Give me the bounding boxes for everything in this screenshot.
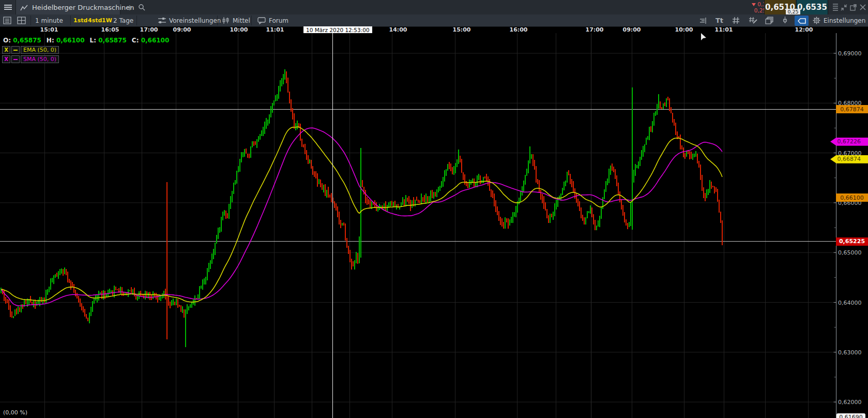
search-icon[interactable] <box>138 4 145 11</box>
scale-settings-button[interactable] <box>699 14 707 26</box>
last-price-badge: 0,65225 <box>836 237 868 246</box>
time-axis-label: 16:00 <box>509 26 527 33</box>
snap-marker-button[interactable] <box>782 14 788 26</box>
presets-button[interactable]: Voreinstellungen <box>158 14 221 26</box>
settings-button[interactable]: Einstellungen <box>813 14 865 26</box>
time-axis-label: 14:00 <box>389 26 407 33</box>
interval-4std-button[interactable]: 4std <box>88 14 102 26</box>
price-axis-line <box>834 33 836 418</box>
alert-level-lines <box>0 109 836 241</box>
scale-icon <box>699 17 707 24</box>
order-level-badge[interactable]: 0,67874 <box>836 105 868 113</box>
indicator-legend-ema: X EMA (50, 0) <box>2 46 59 54</box>
crosshair-tooltip: 10 März 2020 12:53:00 <box>303 26 372 33</box>
menu-button[interactable] <box>0 0 16 14</box>
sma-value-badge: 0,67226 <box>830 138 868 146</box>
candlestick-chart-canvas[interactable] <box>0 33 868 418</box>
watchlist-button[interactable] <box>3 14 11 26</box>
pointer-tag-icon <box>798 18 806 24</box>
time-axis-label: 10:00 <box>230 26 248 33</box>
gear-icon <box>813 17 820 24</box>
ema-line-sample[interactable] <box>11 46 20 54</box>
forum-button[interactable]: Forum <box>257 14 288 26</box>
text-tool-button[interactable]: Tt <box>715 14 723 26</box>
ask-price-button[interactable]: 0,6535 <box>796 0 828 14</box>
interval-1std-button[interactable]: 1std <box>73 14 87 26</box>
alert-level-badge[interactable]: 0,61690 <box>836 413 865 418</box>
ema-label[interactable]: EMA (50, 0) <box>21 46 59 54</box>
top-bar: Heidelberger Druckmaschinen + 0,38 % 0,2… <box>0 0 868 14</box>
candlestick-icon <box>222 17 230 24</box>
plumb-marker-icon <box>782 17 788 24</box>
instrument-title: Heidelberger Druckmaschinen <box>32 4 134 11</box>
hamburger-icon <box>4 4 12 10</box>
pointer-tool-button-active[interactable] <box>795 16 809 26</box>
hash-icon <box>732 17 740 24</box>
high-value: 0,66100 <box>56 37 85 44</box>
low-value: 0,65875 <box>98 37 127 44</box>
drag-handle-icon[interactable] <box>831 0 840 14</box>
time-axis-label: 11:01 <box>714 26 733 33</box>
time-axis-label: 17:00 <box>140 26 158 33</box>
collapse-button[interactable] <box>840 0 848 14</box>
remove-sma-button[interactable]: X <box>2 55 10 63</box>
performance-readout: (0,00 %) <box>3 409 27 416</box>
instrument-tab[interactable]: Heidelberger Druckmaschinen <box>16 0 120 14</box>
time-axis-label: 15:01 <box>40 26 58 33</box>
price-tick-label: 0,62000 <box>838 399 862 406</box>
remove-ema-button[interactable]: X <box>2 46 10 54</box>
hash-pencil-icon <box>749 17 757 24</box>
close-value: 0,66100 <box>141 37 170 44</box>
price-tick-label: 0,69000 <box>838 50 862 57</box>
spread-badge: 0,25 <box>786 9 800 14</box>
time-axis-label: 11:01 <box>266 26 284 33</box>
drawing-tools-button[interactable] <box>732 14 740 26</box>
time-axis-label: 10:00 <box>675 26 693 33</box>
order-level-badge[interactable]: 0,66100 <box>836 193 868 202</box>
new-tab-button[interactable]: + <box>124 0 135 14</box>
interval-1w-button[interactable]: 1W <box>102 14 112 26</box>
gridlines <box>0 33 836 418</box>
interval-select[interactable]: 1 minute <box>35 14 63 26</box>
range-select[interactable]: 2 Tage <box>113 14 133 26</box>
open-value: 0,65875 <box>13 37 41 44</box>
indicator-legend-sma: X SMA (50, 0) <box>2 55 59 63</box>
time-axis-label: 09:00 <box>173 26 191 33</box>
down-triangle-icon <box>752 3 756 6</box>
layout-grid-button[interactable] <box>17 14 26 26</box>
time-axis-label: 16:05 <box>101 26 119 33</box>
speech-bubble-icon <box>257 17 266 24</box>
chart-toolbar: 1 minute 1std 4std 1W 2 Tage Voreinstell… <box>0 14 868 27</box>
layers-icon <box>765 17 773 24</box>
time-axis-label: 12:00 <box>795 26 813 33</box>
close-button[interactable] <box>858 0 867 14</box>
time-axis-label: 09:00 <box>622 26 641 33</box>
time-axis-label: 17:00 <box>585 26 603 33</box>
candles <box>1 69 722 347</box>
line-chart-icon <box>20 4 28 11</box>
moving-average-lines <box>1 127 722 306</box>
sma-label[interactable]: SMA (50, 0) <box>21 55 59 63</box>
ohlc-legend: O: 0,65875H: 0,66100L: 0,65875C: 0,66100 <box>3 37 174 44</box>
time-axis[interactable]: 15:0116:0517:0009:0010:0011:0114:0015:00… <box>0 27 868 33</box>
time-axis-label: 15:00 <box>452 26 470 33</box>
edit-drawings-button[interactable] <box>749 14 757 26</box>
chart-pointer-marker <box>701 33 706 40</box>
sma-line-sample[interactable] <box>11 55 20 63</box>
trading-chart-window: Heidelberger Druckmaschinen + 0,38 % 0,2… <box>0 0 868 418</box>
sliders-icon <box>158 17 166 24</box>
ema-value-badge: 0,66874 <box>830 155 868 163</box>
indicators-button[interactable]: Mittel <box>222 14 250 26</box>
price-tick-label: 0,63000 <box>838 349 862 356</box>
price-tick-label: 0,65000 <box>838 249 862 256</box>
layers-button[interactable] <box>765 14 773 26</box>
popout-button[interactable] <box>849 0 858 14</box>
price-tick-label: 0,64000 <box>838 300 862 306</box>
